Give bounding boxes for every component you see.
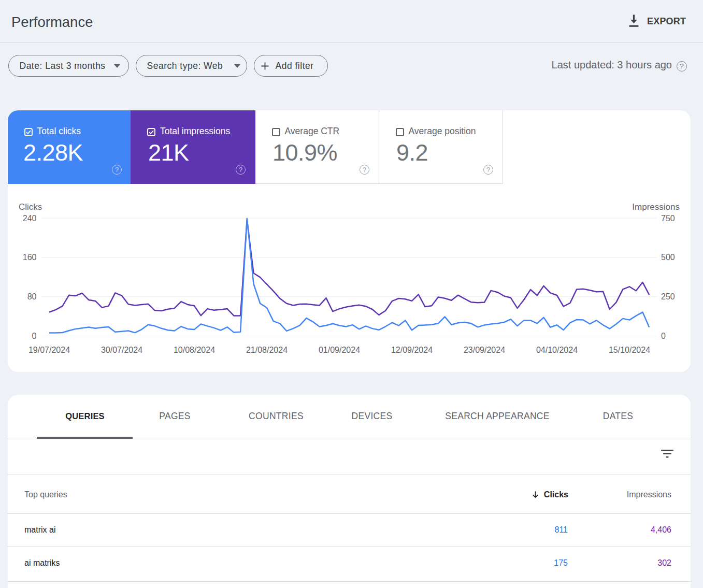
svg-text:80: 80 [27,292,37,301]
svg-text:01/09/2024: 01/09/2024 [319,346,360,354]
svg-text:30/07/2024: 30/07/2024 [101,346,142,354]
svg-text:250: 250 [661,292,675,301]
svg-text:23/09/2024: 23/09/2024 [464,346,505,354]
svg-text:Impressions: Impressions [632,202,680,212]
svg-text:750: 750 [661,214,675,223]
svg-text:21/08/2024: 21/08/2024 [246,346,288,354]
svg-text:12/09/2024: 12/09/2024 [391,346,433,354]
svg-text:0: 0 [32,332,37,340]
svg-text:19/07/2024: 19/07/2024 [28,346,70,354]
svg-text:0: 0 [661,332,666,340]
svg-text:10/08/2024: 10/08/2024 [174,346,215,354]
svg-text:15/10/2024: 15/10/2024 [609,346,650,354]
svg-text:160: 160 [23,253,37,262]
svg-text:500: 500 [661,253,675,262]
svg-text:240: 240 [23,214,37,223]
svg-text:04/10/2024: 04/10/2024 [536,346,578,354]
svg-text:Clicks: Clicks [19,202,42,212]
